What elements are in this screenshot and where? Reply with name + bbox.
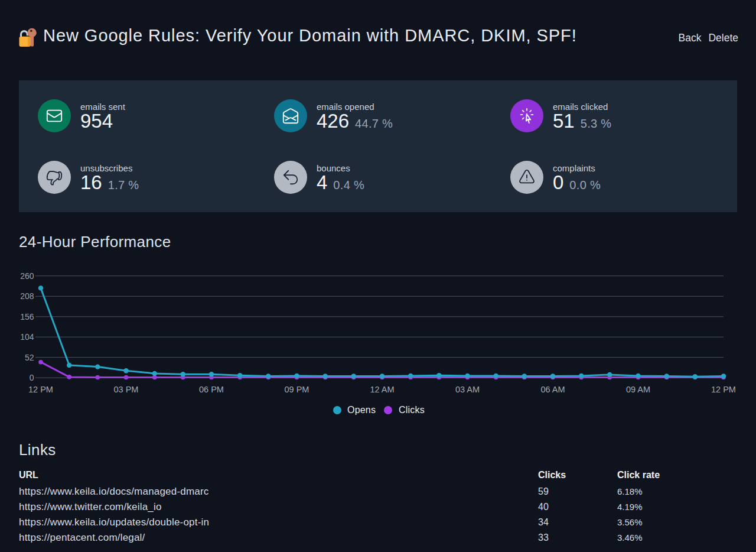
svg-text:03 PM: 03 PM bbox=[114, 385, 139, 394]
svg-text:12 PM: 12 PM bbox=[711, 385, 736, 394]
svg-text:09 AM: 09 AM bbox=[626, 385, 650, 394]
svg-text:09 PM: 09 PM bbox=[285, 385, 309, 394]
svg-text:12 PM: 12 PM bbox=[28, 385, 53, 394]
svg-text:260: 260 bbox=[20, 271, 34, 281]
svg-text:0: 0 bbox=[30, 373, 34, 382]
svg-text:104: 104 bbox=[20, 332, 34, 342]
svg-text:03 AM: 03 AM bbox=[455, 385, 480, 394]
svg-text:156: 156 bbox=[20, 312, 34, 322]
svg-text:06 AM: 06 AM bbox=[540, 385, 565, 394]
svg-text:208: 208 bbox=[20, 291, 34, 301]
svg-text:12 AM: 12 AM bbox=[370, 385, 394, 394]
svg-text:06 PM: 06 PM bbox=[199, 385, 224, 394]
svg-text:52: 52 bbox=[25, 353, 34, 362]
